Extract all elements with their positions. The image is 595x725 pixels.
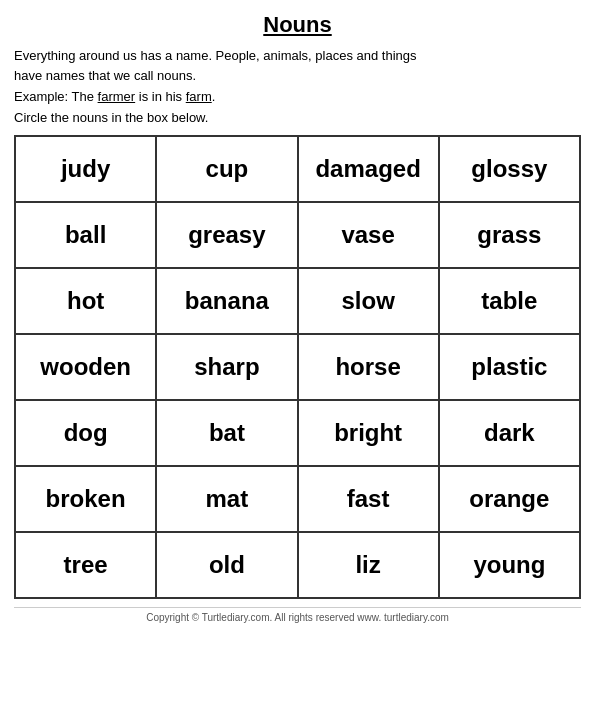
grid-cell: fast: [298, 466, 439, 532]
grid-cell: greasy: [156, 202, 297, 268]
table-row: dogbatbrightdark: [15, 400, 580, 466]
table-row: treeoldlizyoung: [15, 532, 580, 598]
grid-cell: slow: [298, 268, 439, 334]
grid-cell: glossy: [439, 136, 580, 202]
grid-cell: hot: [15, 268, 156, 334]
grid-cell: bat: [156, 400, 297, 466]
grid-cell: grass: [439, 202, 580, 268]
grid-cell: judy: [15, 136, 156, 202]
grid-cell: cup: [156, 136, 297, 202]
grid-cell: orange: [439, 466, 580, 532]
grid-cell: dog: [15, 400, 156, 466]
grid-cell: banana: [156, 268, 297, 334]
grid-cell: broken: [15, 466, 156, 532]
grid-cell: ball: [15, 202, 156, 268]
intro-text: Everything around us has a name. People,…: [14, 46, 581, 85]
grid-cell: mat: [156, 466, 297, 532]
table-row: brokenmatfastorange: [15, 466, 580, 532]
grid-cell: old: [156, 532, 297, 598]
grid-cell: horse: [298, 334, 439, 400]
grid-cell: sharp: [156, 334, 297, 400]
example-word1: farmer: [98, 89, 136, 104]
footer-text: Copyright © Turtlediary.com. All rights …: [14, 607, 581, 623]
grid-cell: bright: [298, 400, 439, 466]
grid-cell: young: [439, 532, 580, 598]
grid-cell: damaged: [298, 136, 439, 202]
page-container: Nouns Everything around us has a name. P…: [0, 0, 595, 725]
page-title: Nouns: [14, 12, 581, 38]
grid-cell: dark: [439, 400, 580, 466]
table-row: ballgreasyvasegrass: [15, 202, 580, 268]
grid-cell: liz: [298, 532, 439, 598]
grid-cell: table: [439, 268, 580, 334]
table-row: judycupdamagedglossy: [15, 136, 580, 202]
instruction-text: Circle the nouns in the box below.: [14, 110, 581, 125]
table-row: hotbananaslowtable: [15, 268, 580, 334]
grid-cell: tree: [15, 532, 156, 598]
grid-cell: wooden: [15, 334, 156, 400]
example-word2: farm: [186, 89, 212, 104]
grid-cell: plastic: [439, 334, 580, 400]
example-text: Example: The farmer is in his farm.: [14, 89, 581, 104]
table-row: woodensharphorseplastic: [15, 334, 580, 400]
grid-cell: vase: [298, 202, 439, 268]
nouns-grid: judycupdamagedglossyballgreasyvasegrassh…: [14, 135, 581, 599]
